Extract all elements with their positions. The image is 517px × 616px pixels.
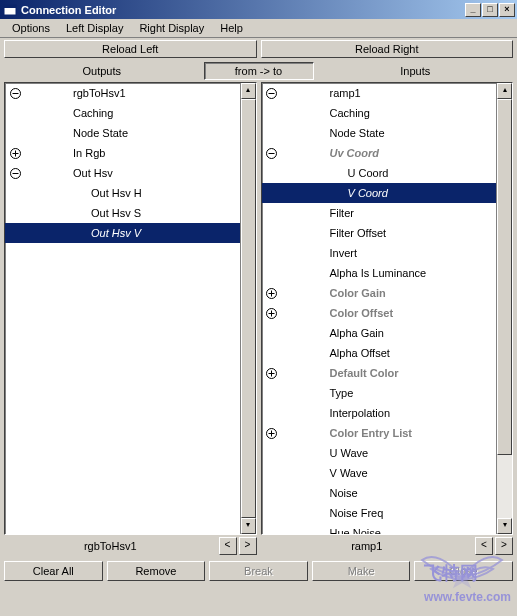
tree-item[interactable]: Alpha Gain — [262, 323, 497, 343]
window-title: Connection Editor — [21, 4, 465, 16]
tree-item[interactable]: Invert — [262, 243, 497, 263]
tree-item[interactable]: Noise — [262, 483, 497, 503]
break-button[interactable]: Break — [209, 561, 308, 581]
tree-label: U Wave — [330, 447, 369, 459]
left-scrollbar[interactable]: ▴ ▾ — [240, 83, 256, 534]
tree-item[interactable]: U Wave — [262, 443, 497, 463]
tree-label: rgbToHsv1 — [73, 87, 126, 99]
tree-item[interactable]: Out Hsv S — [5, 203, 240, 223]
tree-label: V Wave — [330, 467, 368, 479]
tree-label: Out Hsv S — [91, 207, 141, 219]
tree-item[interactable]: Alpha Offset — [262, 343, 497, 363]
collapse-icon[interactable] — [9, 87, 21, 99]
scroll-thumb[interactable] — [497, 99, 512, 455]
menu-options[interactable]: Options — [4, 20, 58, 36]
maximize-button[interactable]: □ — [482, 3, 498, 17]
expand-icon[interactable] — [266, 427, 278, 439]
tree-item[interactable]: Node State — [5, 123, 240, 143]
right-scrollbar[interactable]: ▴ ▾ — [496, 83, 512, 534]
left-tree[interactable]: rgbToHsv1CachingNode StateIn RgbOut HsvO… — [5, 83, 240, 534]
tree-item[interactable]: In Rgb — [5, 143, 240, 163]
tree-label: Uv Coord — [330, 147, 380, 159]
reload-right-button[interactable]: Reload Right — [261, 40, 514, 58]
tree-item[interactable]: Alpha Is Luminance — [262, 263, 497, 283]
make-button[interactable]: Make — [312, 561, 411, 581]
tree-item[interactable]: Noise Freq — [262, 503, 497, 523]
tree-label: Default Color — [330, 367, 399, 379]
menu-help[interactable]: Help — [212, 20, 251, 36]
tree-item[interactable]: V Coord — [262, 183, 497, 203]
tree-item[interactable]: Type — [262, 383, 497, 403]
reload-left-button[interactable]: Reload Left — [4, 40, 257, 58]
left-node-name: rgbToHsv1 — [4, 540, 217, 552]
tree-item[interactable]: Out Hsv H — [5, 183, 240, 203]
tree-label: Interpolation — [330, 407, 391, 419]
left-prev-button[interactable]: < — [219, 537, 237, 555]
scroll-down-icon[interactable]: ▾ — [497, 518, 512, 534]
expand-icon[interactable] — [266, 367, 278, 379]
left-next-button[interactable]: > — [239, 537, 257, 555]
tree-label: Invert — [330, 247, 358, 259]
expand-icon[interactable] — [9, 147, 21, 159]
tree-label: Alpha Is Luminance — [330, 267, 427, 279]
tree-label: Type — [330, 387, 354, 399]
tree-root[interactable]: ramp1 — [262, 83, 497, 103]
tree-item[interactable]: Hue Noise — [262, 523, 497, 534]
tree-root[interactable]: rgbToHsv1 — [5, 83, 240, 103]
tree-item[interactable]: Interpolation — [262, 403, 497, 423]
right-prev-button[interactable]: < — [475, 537, 493, 555]
collapse-icon[interactable] — [266, 87, 278, 99]
expand-icon[interactable] — [266, 307, 278, 319]
right-node-name: ramp1 — [261, 540, 474, 552]
remove-button[interactable]: Remove — [107, 561, 206, 581]
scroll-down-icon[interactable]: ▾ — [241, 518, 256, 534]
menubar: Options Left Display Right Display Help — [0, 19, 517, 38]
tree-item[interactable]: Color Gain — [262, 283, 497, 303]
left-pane: rgbToHsv1CachingNode StateIn RgbOut HsvO… — [4, 82, 257, 535]
tree-item[interactable]: Color Entry List — [262, 423, 497, 443]
scroll-up-icon[interactable]: ▴ — [241, 83, 256, 99]
tree-label: Color Gain — [330, 287, 386, 299]
tree-label: In Rgb — [73, 147, 105, 159]
from-to-button[interactable]: from -> to — [204, 62, 314, 80]
minimize-button[interactable]: _ — [465, 3, 481, 17]
menu-right-display[interactable]: Right Display — [131, 20, 212, 36]
tree-label: Filter Offset — [330, 227, 387, 239]
tree-item[interactable]: V Wave — [262, 463, 497, 483]
close-button[interactable]: × — [499, 3, 515, 17]
app-icon — [2, 2, 18, 18]
tree-label: Node State — [73, 127, 128, 139]
right-pane: ramp1CachingNode StateUv CoordU CoordV C… — [261, 82, 514, 535]
tree-label: Caching — [330, 107, 370, 119]
tree-item[interactable]: Caching — [5, 103, 240, 123]
tree-item[interactable]: Node State — [262, 123, 497, 143]
scroll-up-icon[interactable]: ▴ — [497, 83, 512, 99]
titlebar: Connection Editor _ □ × — [0, 0, 517, 19]
menu-left-display[interactable]: Left Display — [58, 20, 131, 36]
tree-label: Alpha Offset — [330, 347, 390, 359]
expand-icon[interactable] — [266, 287, 278, 299]
tree-label: ramp1 — [330, 87, 361, 99]
tree-label: Alpha Gain — [330, 327, 384, 339]
tree-item[interactable]: Filter — [262, 203, 497, 223]
tree-label: Out Hsv — [73, 167, 113, 179]
tree-item[interactable]: U Coord — [262, 163, 497, 183]
tree-item[interactable]: Uv Coord — [262, 143, 497, 163]
tree-item[interactable]: Out Hsv V — [5, 223, 240, 243]
scroll-thumb[interactable] — [241, 99, 256, 518]
tree-item[interactable]: Filter Offset — [262, 223, 497, 243]
tree-item[interactable]: Color Offset — [262, 303, 497, 323]
tree-item[interactable]: Caching — [262, 103, 497, 123]
tree-label: V Coord — [348, 187, 388, 199]
close-button-action[interactable]: Close — [414, 561, 513, 581]
tree-item[interactable]: Out Hsv — [5, 163, 240, 183]
tree-label: Noise — [330, 487, 358, 499]
right-next-button[interactable]: > — [495, 537, 513, 555]
clear-all-button[interactable]: Clear All — [4, 561, 103, 581]
inputs-label: Inputs — [318, 62, 514, 80]
collapse-icon[interactable] — [266, 147, 278, 159]
right-tree[interactable]: ramp1CachingNode StateUv CoordU CoordV C… — [262, 83, 497, 534]
tree-label: Out Hsv H — [91, 187, 142, 199]
tree-item[interactable]: Default Color — [262, 363, 497, 383]
collapse-icon[interactable] — [9, 167, 21, 179]
